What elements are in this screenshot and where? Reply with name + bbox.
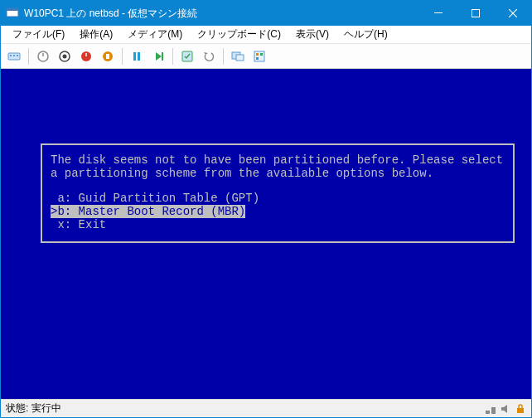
menu-clipboard[interactable]: クリップボード(C) — [191, 26, 288, 43]
svg-rect-26 — [517, 408, 524, 413]
share-button[interactable] — [249, 46, 269, 66]
menu-action[interactable]: 操作(A) — [73, 26, 119, 43]
menu-view[interactable]: 表示(V) — [289, 26, 336, 43]
svg-rect-24 — [486, 411, 490, 414]
svg-rect-6 — [13, 55, 15, 56]
svg-rect-22 — [260, 53, 263, 56]
toolbar-separator — [172, 48, 173, 65]
turnoff-button[interactable] — [55, 46, 75, 66]
toolbar-separator — [28, 48, 29, 65]
svg-rect-25 — [491, 407, 496, 414]
app-icon — [6, 7, 19, 20]
status-icons — [485, 403, 526, 415]
dialog-message-line2: a partitioning scheme from the available… — [51, 167, 505, 180]
window-title: W10PC1 上の netbsd - 仮想マシン接続 — [24, 7, 419, 21]
dialog-message-line1: The disk seems not to have been partitio… — [51, 153, 505, 167]
menu-help[interactable]: ヘルプ(H) — [337, 26, 394, 43]
svg-point-10 — [63, 54, 67, 58]
shutdown-button[interactable] — [76, 46, 96, 66]
svg-rect-21 — [256, 53, 259, 56]
maximize-button[interactable] — [457, 1, 494, 26]
save-button[interactable] — [98, 46, 118, 66]
speaker-icon — [500, 403, 511, 415]
svg-rect-16 — [162, 52, 163, 61]
reset-button[interactable] — [148, 46, 168, 66]
window-buttons — [419, 1, 531, 26]
ctrl-alt-del-button[interactable] — [4, 46, 24, 66]
enhanced-session-button[interactable] — [228, 46, 248, 66]
menu-file[interactable]: ファイル(F) — [6, 26, 71, 43]
lock-icon — [515, 403, 526, 415]
checkpoint-button[interactable] — [177, 46, 197, 66]
dialog-options: a: Guid Partition Table (GPT) b: Master … — [51, 192, 505, 231]
svg-rect-2 — [434, 12, 443, 13]
svg-rect-23 — [256, 57, 259, 60]
titlebar: W10PC1 上の netbsd - 仮想マシン接続 — [1, 1, 531, 26]
menubar: ファイル(F) 操作(A) メディア(M) クリップボード(C) 表示(V) ヘ… — [1, 26, 531, 44]
svg-rect-14 — [133, 52, 136, 61]
close-button[interactable] — [494, 1, 531, 26]
svg-rect-1 — [7, 8, 18, 11]
svg-rect-13 — [106, 54, 109, 59]
option-mbr[interactable]: b: Master Boot Record (MBR) — [51, 205, 245, 218]
installer-dialog: The disk seems not to have been partitio… — [41, 143, 515, 243]
toolbar-separator — [223, 48, 224, 65]
svg-rect-5 — [10, 55, 12, 56]
minimize-button[interactable] — [419, 1, 457, 26]
option-exit[interactable]: x: Exit — [51, 218, 505, 231]
revert-button[interactable] — [199, 46, 219, 66]
pause-button[interactable] — [127, 46, 147, 66]
start-button[interactable] — [33, 46, 53, 66]
toolbar — [1, 44, 531, 69]
svg-rect-15 — [138, 52, 140, 61]
toolbar-separator — [122, 48, 123, 65]
svg-rect-20 — [254, 51, 264, 61]
svg-rect-3 — [472, 10, 479, 17]
console-area[interactable]: The disk seems not to have been partitio… — [1, 69, 531, 399]
statusbar: 状態: 実行中 — [1, 399, 531, 417]
network-icon — [485, 403, 496, 415]
menu-media[interactable]: メディア(M) — [121, 26, 189, 43]
status-label: 状態: 実行中 — [6, 401, 61, 416]
svg-rect-19 — [236, 55, 244, 61]
option-gpt[interactable]: a: Guid Partition Table (GPT) — [51, 192, 505, 205]
svg-rect-7 — [17, 55, 18, 56]
